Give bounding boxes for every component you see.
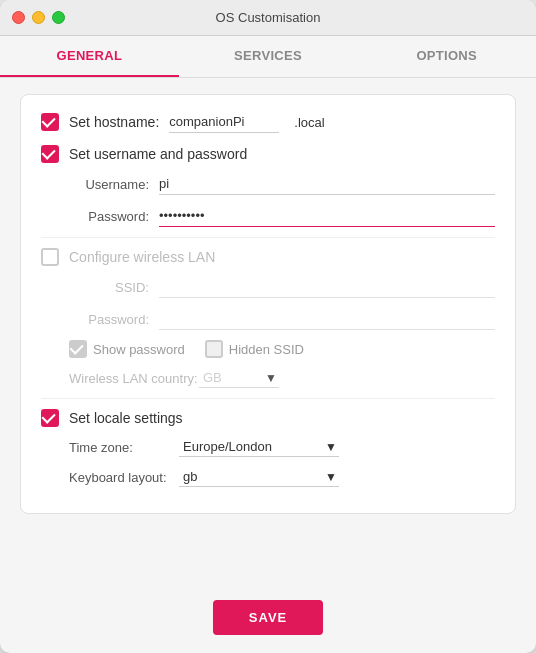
wireless-lan-label: Configure wireless LAN <box>69 249 215 265</box>
minimize-button[interactable] <box>32 11 45 24</box>
ssid-field-row: SSID: <box>41 276 495 298</box>
show-password-option: Show password <box>69 340 185 358</box>
hostname-label: Set hostname: <box>69 114 159 130</box>
wireless-lan-section: Configure wireless LAN <box>41 248 495 266</box>
divider-2 <box>41 398 495 399</box>
password-label: Password: <box>69 209 159 224</box>
username-field-row: Username: <box>41 173 495 195</box>
locale-checkbox[interactable] <box>41 409 59 427</box>
ssid-input[interactable] <box>159 276 495 298</box>
timezone-select[interactable]: Europe/London <box>179 437 339 457</box>
username-input[interactable] <box>159 173 495 195</box>
password-input[interactable] <box>159 205 495 227</box>
hostname-input[interactable] <box>169 111 279 133</box>
username-label: Username: <box>69 177 159 192</box>
save-button[interactable]: SAVE <box>213 600 323 635</box>
timezone-dropdown-wrapper: Europe/London ▼ <box>179 437 339 457</box>
tab-options[interactable]: OPTIONS <box>357 36 536 77</box>
tab-services[interactable]: SERVICES <box>179 36 358 77</box>
footer: SAVE <box>0 588 536 653</box>
country-label: Wireless LAN country: <box>69 371 199 386</box>
main-window: OS Customisation GENERAL SERVICES OPTION… <box>0 0 536 653</box>
tab-general[interactable]: GENERAL <box>0 36 179 77</box>
hidden-ssid-option: Hidden SSID <box>205 340 304 358</box>
close-button[interactable] <box>12 11 25 24</box>
password-field-row: Password: <box>41 205 495 227</box>
content-area: Set hostname: .local Set username and pa… <box>0 78 536 588</box>
hidden-ssid-label: Hidden SSID <box>229 342 304 357</box>
timezone-row: Time zone: Europe/London ▼ <box>41 437 495 457</box>
country-row: Wireless LAN country: GB ▼ <box>41 368 495 388</box>
wifi-password-input[interactable] <box>159 308 495 330</box>
show-password-checkbox[interactable] <box>69 340 87 358</box>
wifi-password-label: Password: <box>69 312 159 327</box>
username-password-checkbox[interactable] <box>41 145 59 163</box>
hostname-row: Set hostname: .local <box>41 111 495 133</box>
country-dropdown-wrapper: GB ▼ <box>199 368 279 388</box>
locale-label: Set locale settings <box>69 410 183 426</box>
wifi-options-row: Show password Hidden SSID <box>41 340 495 358</box>
keyboard-row: Keyboard layout: gb ▼ <box>41 467 495 487</box>
timezone-label: Time zone: <box>69 440 179 455</box>
title-bar: OS Customisation <box>0 0 536 36</box>
traffic-lights <box>12 11 65 24</box>
ssid-label: SSID: <box>69 280 159 295</box>
keyboard-label: Keyboard layout: <box>69 470 179 485</box>
divider-1 <box>41 237 495 238</box>
show-password-label: Show password <box>93 342 185 357</box>
hostname-checkbox[interactable] <box>41 113 59 131</box>
keyboard-select[interactable]: gb <box>179 467 339 487</box>
wifi-password-field-row: Password: <box>41 308 495 330</box>
wireless-lan-checkbox[interactable] <box>41 248 59 266</box>
window-title: OS Customisation <box>216 10 321 25</box>
hidden-ssid-checkbox[interactable] <box>205 340 223 358</box>
country-select[interactable]: GB <box>199 368 279 388</box>
maximize-button[interactable] <box>52 11 65 24</box>
locale-section: Set locale settings <box>41 409 495 427</box>
keyboard-dropdown-wrapper: gb ▼ <box>179 467 339 487</box>
username-password-label: Set username and password <box>69 146 247 162</box>
username-password-section: Set username and password <box>41 145 495 163</box>
hostname-suffix: .local <box>294 115 324 130</box>
tab-bar: GENERAL SERVICES OPTIONS <box>0 36 536 78</box>
settings-card: Set hostname: .local Set username and pa… <box>20 94 516 514</box>
